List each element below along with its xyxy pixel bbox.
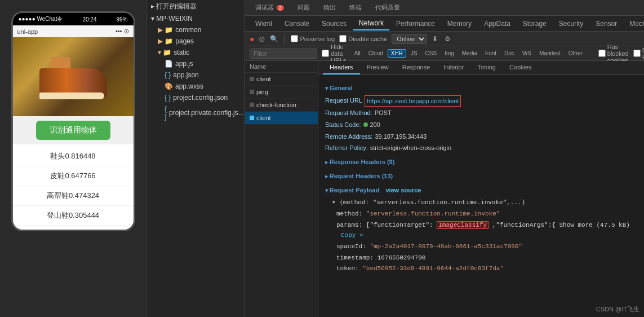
- folder-pages-label: pages: [175, 37, 194, 45]
- network-item-ping[interactable]: ping: [245, 86, 318, 99]
- disable-cache-checkbox[interactable]: Disable cache: [339, 35, 387, 42]
- project-root[interactable]: ▾ MP-WEIXIN: [146, 13, 245, 24]
- network-item-client2[interactable]: client: [245, 112, 318, 125]
- shoe-sole: [39, 93, 104, 99]
- filter-other[interactable]: Other: [565, 49, 586, 58]
- filter-img[interactable]: Img: [441, 49, 458, 58]
- remote-address-label: Remote Address:: [325, 131, 372, 142]
- battery-text: 99%: [116, 16, 127, 23]
- request-method-label: Request Method:: [325, 108, 372, 118]
- tab-preview[interactable]: Preview: [360, 61, 396, 74]
- folder-static[interactable]: ▾ 📁 static: [146, 47, 245, 58]
- project-name-label: ▾ MP-WEIXIN: [151, 15, 193, 23]
- tab-timing[interactable]: Timing: [470, 61, 503, 74]
- network-item-client1[interactable]: client: [245, 73, 318, 86]
- tab-headers[interactable]: Headers: [323, 61, 360, 74]
- menu-dots[interactable]: ••• ⊙: [116, 28, 129, 35]
- json-file-icon: { }: [165, 71, 171, 79]
- request-headers-section[interactable]: Request Headers (13): [325, 171, 637, 182]
- tab-wxml[interactable]: Wxml: [250, 17, 278, 30]
- identify-button[interactable]: 识别通用物体: [36, 121, 110, 140]
- general-section-header[interactable]: General: [325, 83, 637, 94]
- js-file-icon: 📄: [165, 60, 173, 68]
- remote-address-value: 39.107.195.34:443: [375, 131, 427, 142]
- detail-tabs: Headers Preview Response Initiator Timin…: [318, 61, 644, 75]
- folder-pages[interactable]: ▶ 📁 pages: [146, 36, 245, 47]
- request-url-value[interactable]: https://api.next.bspapp.com/client: [365, 95, 461, 107]
- response-headers-section[interactable]: Response Headers (9): [325, 157, 637, 168]
- network-list: Name client ping check-function client: [245, 61, 318, 317]
- open-editors-header[interactable]: ▸ 打开的编辑器: [146, 0, 245, 13]
- tab-cookies[interactable]: Cookies: [503, 61, 539, 74]
- blocked-requests-checkbox[interactable]: Blocked Requests: [633, 47, 644, 60]
- filter-manifest[interactable]: Manifest: [536, 49, 564, 58]
- record-icon[interactable]: ●: [250, 34, 254, 43]
- folder-icon: ▶ 📁: [158, 37, 173, 45]
- list-item: 皮鞋0.647766: [13, 166, 134, 186]
- detail-content: General Request URL https://api.next.bsp…: [318, 75, 644, 279]
- filter-all[interactable]: All: [351, 49, 364, 58]
- payload-spaceid-key: spaceId:: [336, 243, 370, 250]
- online-select[interactable]: Online: [392, 34, 427, 44]
- filter-toolbar: Hide data URLs All Cloud XHR JS CSS Img …: [245, 46, 644, 61]
- tab-storage[interactable]: Storage: [517, 17, 552, 30]
- file-appwxss-label: app.wxss: [175, 82, 203, 90]
- status-code-label: Status Code:: [325, 120, 361, 130]
- file-appjson[interactable]: { } app.json: [146, 69, 245, 81]
- tab-sensor[interactable]: Sensor: [590, 17, 623, 30]
- devtools-panel: 调试器 2 问题 输出 终端 代码质量 Wxml Console Sources…: [245, 0, 644, 317]
- tab-mock[interactable]: Mock: [624, 17, 644, 30]
- file-appjs[interactable]: 📄 app.js: [146, 58, 245, 69]
- request-payload-section[interactable]: Request Payload view source: [325, 185, 637, 196]
- status-code-row: Status Code: 200: [325, 120, 637, 130]
- folder-static-label: static: [174, 49, 189, 56]
- net-status-icon: [250, 103, 254, 107]
- tab-console[interactable]: Console: [279, 17, 315, 30]
- filter-media[interactable]: Media: [459, 49, 481, 58]
- filter-cloud[interactable]: Cloud: [365, 49, 387, 58]
- clear-icon[interactable]: ⊘: [259, 34, 265, 43]
- open-editors-label: ▸ 打开的编辑器: [151, 2, 197, 11]
- preserve-log-checkbox[interactable]: Preserve log: [291, 35, 335, 42]
- filter-type-buttons: All Cloud XHR JS CSS Img Media Font Doc …: [351, 49, 586, 58]
- folder-common[interactable]: ▶ 📁 common: [146, 24, 245, 36]
- file-projectconfig[interactable]: { } project.config.json: [146, 92, 245, 103]
- payload-copy-link[interactable]: Copy »: [341, 232, 363, 239]
- filter-ws[interactable]: WS: [519, 49, 535, 58]
- filter-css[interactable]: CSS: [422, 49, 441, 58]
- time-text: 20:24: [82, 16, 96, 23]
- view-source-link[interactable]: view source: [385, 187, 421, 193]
- tab-codequality[interactable]: 代码质量: [370, 1, 406, 14]
- tab-appdata[interactable]: AppData: [478, 17, 516, 30]
- settings-icon[interactable]: ⚙: [443, 35, 451, 43]
- tab-sources[interactable]: Sources: [316, 17, 352, 30]
- tab-memory[interactable]: Memory: [442, 17, 477, 30]
- tab-network[interactable]: Network: [353, 17, 389, 30]
- filter-input[interactable]: [250, 49, 317, 59]
- payload-token-key: token:: [336, 265, 362, 272]
- folder-icon: ▶ 📁: [158, 26, 173, 34]
- list-item: 鞋0.136235: [13, 226, 134, 231]
- tab-problems[interactable]: 问题: [292, 1, 316, 14]
- detail-panel: Headers Preview Response Initiator Timin…: [318, 61, 644, 317]
- filter-xhr[interactable]: XHR: [388, 49, 406, 58]
- tab-security[interactable]: Security: [553, 17, 589, 30]
- carrier-text: ●●●●● WeChat令: [19, 15, 63, 23]
- tab-initiator[interactable]: Initiator: [437, 61, 470, 74]
- filter-js[interactable]: JS: [407, 49, 421, 58]
- file-appwxss[interactable]: 🎨 app.wxss: [146, 81, 245, 92]
- devtools-content: Name client ping check-function client H…: [245, 61, 644, 317]
- tab-terminal[interactable]: 终端: [344, 1, 367, 14]
- tab-performance[interactable]: Performance: [390, 17, 441, 30]
- payload-spaceid-value: "mp-2a2a4017-8079-48ab-8661-a5c331ac7090…: [370, 243, 522, 250]
- filter-font[interactable]: Font: [482, 49, 500, 58]
- search-icon[interactable]: 🔍: [270, 35, 278, 43]
- tab-output[interactable]: 输出: [318, 1, 341, 14]
- file-projectprivate[interactable]: { } project.private.config.js...: [146, 103, 245, 122]
- download-icon[interactable]: ⬇: [431, 35, 439, 43]
- tab-debugger[interactable]: 调试器 2: [250, 1, 290, 14]
- network-item-checkfunction[interactable]: check-function: [245, 99, 318, 112]
- tab-response[interactable]: Response: [396, 61, 437, 74]
- phone-frame: ●●●●● WeChat令 20:24 99% uni-app ••• ⊙ 识别…: [11, 11, 135, 231]
- filter-doc[interactable]: Doc: [501, 49, 518, 58]
